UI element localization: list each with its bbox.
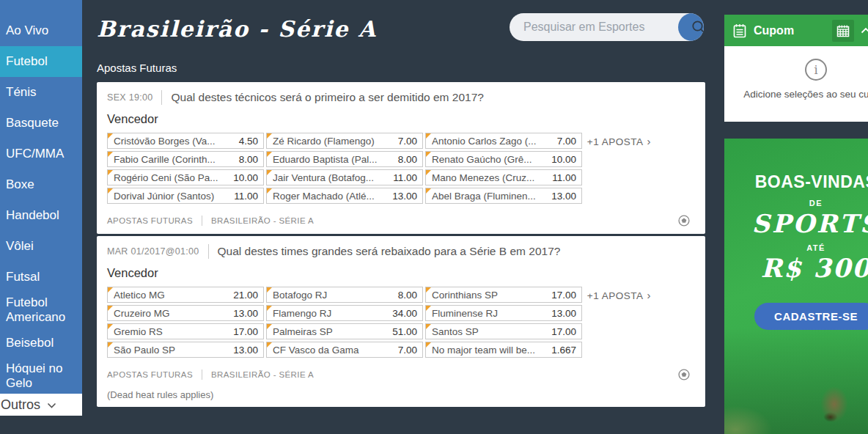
bet-selection[interactable]: CF Vasco da Gama 7.00 [266, 342, 423, 358]
bet-selection[interactable]: Fluminense RJ 13.00 [425, 305, 582, 321]
promo-amount: R$ 300 [724, 253, 868, 283]
sidebar-item[interactable]: Boxe [0, 169, 82, 200]
bet-selection[interactable]: Rogério Ceni (São Pa... 10.00 [107, 169, 264, 185]
collapse-slip-button[interactable] [861, 27, 868, 34]
sidebar-item-label: Ténis [6, 85, 37, 100]
calendar-icon [836, 24, 850, 37]
selection-label: Rogério Ceni (São Pa... [114, 172, 223, 183]
bet-selection[interactable]: Dorival Júnior (Santos) 11.00 [107, 188, 264, 204]
market-name: Vencedor [107, 112, 695, 126]
card-footer: APOSTAS FUTURAS BRASILEIRÃO - SÉRIE A [107, 368, 695, 381]
selection-odds: 21.00 [233, 290, 258, 301]
bet-selection[interactable]: Cruzeiro MG 13.00 [107, 305, 264, 321]
calendar-button[interactable] [832, 20, 854, 42]
bet-selection[interactable]: Abel Braga (Fluminen... 13.00 [425, 188, 582, 204]
odds-grid-row: Atletico MG 21.00 Botafogo RJ 8.00 Corin… [107, 287, 695, 358]
selection-label: Cruzeiro MG [114, 308, 174, 319]
selection-label: Antonio Carlos Zago (... [432, 136, 541, 147]
market-name: Vencedor [107, 266, 695, 280]
sidebar-item-label: Futebol [6, 54, 48, 69]
odds-grid-row: Cristóvão Borges (Va... 4.50 Zé Ricardo … [107, 133, 695, 204]
bet-selection[interactable]: Palmeiras SP 51.00 [266, 323, 423, 339]
selection-odds: 8.00 [239, 154, 258, 165]
selection-label: Palmeiras SP [273, 326, 337, 337]
bet-selection[interactable]: Santos SP 17.00 [425, 323, 582, 339]
bet-selection[interactable]: Gremio RS 17.00 [107, 323, 264, 339]
promo-ate-label: ATÉ [724, 243, 868, 252]
divider [202, 216, 202, 226]
selection-label: CF Vasco da Gama [273, 345, 364, 356]
sidebar-item[interactable]: Futebol [0, 46, 82, 77]
divider [161, 90, 162, 105]
sidebar-item[interactable]: Futsal [0, 262, 82, 293]
selection-label: Renato Gaúcho (Grê... [432, 154, 537, 165]
selection-odds: 10.00 [233, 172, 258, 183]
bet-slip-header[interactable]: Cupom [724, 15, 868, 46]
card-header: SEX 19:00 Qual destes técnicos será o pr… [107, 90, 695, 105]
more-bets-link[interactable]: +1 APOSTA› [587, 289, 651, 358]
signup-button[interactable]: CADASTRE-SE [754, 303, 868, 330]
sidebar-item[interactable]: Basquete [0, 108, 82, 139]
sidebar-item[interactable]: Vôlei [0, 231, 82, 262]
bet-selection[interactable]: Corinthians SP 17.00 [425, 287, 582, 303]
promo-headline: BOAS-VINDAS [724, 172, 868, 192]
more-bets-link[interactable]: +1 APOSTA› [587, 135, 651, 204]
selection-label: Zé Ricardo (Flamengo) [273, 136, 379, 147]
sidebar-item[interactable]: Futebol Americano [0, 293, 82, 328]
bet-selection[interactable]: Flamengo RJ 34.00 [266, 305, 423, 321]
sidebar-item[interactable]: Ao Vivo [0, 15, 82, 46]
bet-selection[interactable]: Zé Ricardo (Flamengo) 7.00 [266, 133, 423, 149]
sidebar-item-label: Beisebol [6, 336, 54, 350]
selection-label: Mano Menezes (Cruz... [432, 172, 539, 183]
bet-selection[interactable]: Antonio Carlos Zago (... 7.00 [425, 133, 582, 149]
sidebar-item[interactable]: Handebol [0, 200, 82, 231]
selection-odds: 17.00 [551, 326, 576, 337]
selection-label: Santos SP [432, 326, 483, 337]
selection-odds: 4.50 [239, 136, 258, 147]
bet-selection[interactable]: Atletico MG 21.00 [107, 287, 264, 303]
selection-odds: 11.00 [393, 172, 417, 183]
soccer-ball-icon[interactable] [677, 214, 691, 227]
sidebar-item-outros[interactable]: Outros [0, 394, 82, 416]
sidebar-item[interactable]: UFC/MMA [0, 139, 82, 169]
bet-selection[interactable]: Renato Gaúcho (Grê... 10.00 [425, 151, 582, 167]
welcome-bonus-banner[interactable]: BOAS-VINDAS DE SPORTS ATÉ R$ 300 CADASTR… [724, 139, 868, 434]
sidebar-item-label: Futsal [6, 270, 40, 284]
breadcrumb-competition[interactable]: BRASILEIRÃO - SÉRIE A [211, 216, 314, 225]
bet-selection[interactable]: Fabio Carille (Corinth... 8.00 [107, 151, 264, 167]
coupon-icon [733, 23, 746, 38]
sidebar-item-label: Boxe [6, 177, 34, 192]
odds-grid: Atletico MG 21.00 Botafogo RJ 8.00 Corin… [107, 287, 582, 358]
selection-odds: 13.00 [551, 191, 576, 202]
event-time: MAR 01/2017@01:00 [107, 246, 199, 257]
selection-odds: 13.00 [233, 345, 258, 356]
bet-selection[interactable]: Jair Ventura (Botafog... 11.00 [266, 169, 423, 185]
breadcrumb-competition[interactable]: BRASILEIRÃO - SÉRIE A [211, 370, 314, 379]
more-bets-label: +1 APOSTA [587, 136, 644, 147]
selection-odds: 51.00 [392, 326, 417, 337]
breadcrumb-apostas-futuras[interactable]: APOSTAS FUTURAS [107, 216, 193, 225]
sidebar-item-label: Handebol [6, 208, 59, 223]
bet-selection[interactable]: Eduardo Baptista (Pal... 8.00 [266, 151, 423, 167]
bet-selection[interactable]: Mano Menezes (Cruz... 11.00 [425, 169, 582, 185]
sidebar-item[interactable]: Ténis [0, 77, 82, 108]
sidebar-item[interactable]: Beisebol [0, 328, 82, 358]
promo-de-label: DE [724, 199, 868, 207]
soccer-ball-icon[interactable] [677, 368, 691, 381]
bet-selection[interactable]: Cristóvão Borges (Va... 4.50 [107, 133, 264, 149]
sidebar-item-label: Hóquei no Gelo [6, 361, 78, 391]
main-content: Brasileirão - Série A Apostas Futuras SE… [97, 0, 705, 407]
selection-label: Abel Braga (Fluminen... [432, 191, 540, 202]
sidebar-item-label: Basquete [6, 116, 59, 130]
selection-label: Flamengo RJ [273, 308, 336, 319]
sports-sidebar: Ao Vivo Futebol Ténis Basquete UFC/MMA [0, 0, 82, 434]
sidebar-item[interactable]: Hóquei no Gelo [0, 358, 82, 394]
selection-odds: 34.00 [392, 308, 417, 319]
bet-selection[interactable]: Roger Machado (Atlé... 13.00 [266, 188, 423, 204]
bet-selection[interactable]: No major team will be... 1.667 [425, 342, 582, 358]
bet-selection[interactable]: São Paulo SP 13.00 [107, 342, 264, 358]
breadcrumb-apostas-futuras[interactable]: APOSTAS FUTURAS [107, 370, 193, 379]
bet-selection[interactable]: Botafogo RJ 8.00 [266, 287, 423, 303]
card-footer: APOSTAS FUTURAS BRASILEIRÃO - SÉRIE A [107, 214, 695, 227]
selection-label: Eduardo Baptista (Pal... [273, 154, 382, 165]
